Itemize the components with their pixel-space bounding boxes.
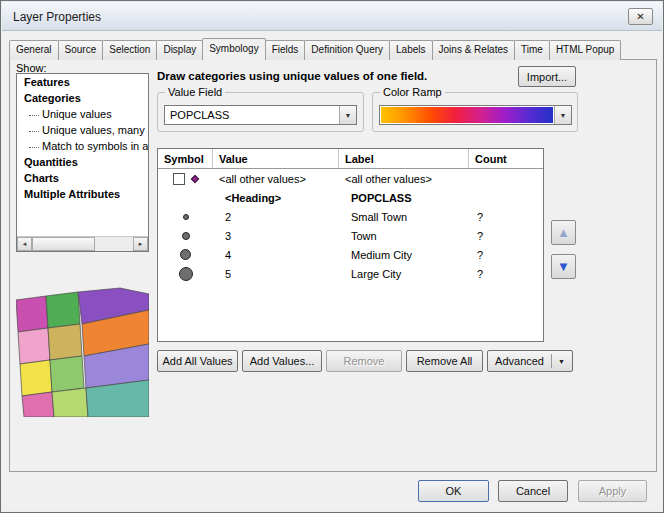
tab-labels[interactable]: Labels [389,40,432,60]
move-down-button[interactable]: ▼ [551,254,576,279]
column-header-label[interactable]: Label [339,149,469,168]
values-table: Symbol Value Label Count <all other valu… [157,148,544,342]
panel-heading: Draw categories using unique values of o… [157,70,427,82]
show-item-charts[interactable]: Charts [17,170,148,186]
tab-time[interactable]: Time [514,40,550,60]
point-symbol[interactable] [179,267,193,281]
value-cell: 3 [213,230,339,242]
value-cell: 2 [213,211,339,223]
tab-joins-relates[interactable]: Joins & Relates [432,40,515,60]
right-arrow-icon: ► [138,241,144,247]
tab-general[interactable]: General [9,40,59,60]
symbol-cell[interactable] [158,249,213,260]
label-cell: POPCLASS [339,192,469,204]
tree-horizontal-scrollbar[interactable]: ◄ ► [17,236,148,251]
point-symbol[interactable] [182,232,190,240]
show-item-features[interactable]: Features [17,74,148,90]
label-cell: <all other values> [339,173,469,185]
layer-properties-dialog: Layer Properties ✕ General Source Select… [0,0,664,513]
scrollbar-thumb[interactable] [32,237,95,251]
all-other-symbol[interactable] [191,174,199,182]
scrollbar-track[interactable] [32,237,133,251]
tab-fields[interactable]: Fields [265,40,306,60]
symbol-cell[interactable] [158,267,213,281]
tree-branch-icon [29,147,39,148]
show-item-label: Unique values, many [42,124,145,136]
value-field-group: Value Field POPCLASS ▼ [157,92,364,132]
column-header-symbol[interactable]: Symbol [158,149,213,168]
row-heading[interactable]: <Heading> POPCLASS [158,188,543,207]
tab-source[interactable]: Source [58,40,104,60]
table-header: Symbol Value Label Count [158,149,543,169]
close-icon: ✕ [636,11,644,22]
symbology-tab-panel: Show: Features Categories Unique values … [9,59,657,472]
show-item-quantities[interactable]: Quantities [17,154,148,170]
advanced-button[interactable]: Advanced ▼ [487,350,573,372]
scroll-left-button[interactable]: ◄ [17,237,32,251]
map-image [16,284,149,417]
title-bar[interactable]: Layer Properties ✕ [2,2,662,31]
label-cell: Town [339,230,469,242]
advanced-label: Advanced [495,355,544,367]
symbol-cell[interactable] [158,214,213,220]
show-item-match-to-symbols[interactable]: Match to symbols in a [17,138,148,154]
color-ramp-preview [381,107,553,123]
all-other-values-checkbox[interactable] [173,173,185,185]
show-item-unique-values[interactable]: Unique values [17,106,148,122]
symbol-cell[interactable] [158,173,213,185]
value-cell: 5 [213,268,339,280]
label-cell: Large City [339,268,469,280]
count-cell: ? [469,230,543,242]
label-cell: Medium City [339,249,469,261]
down-arrow-icon: ▼ [557,259,570,274]
point-symbol[interactable] [183,214,189,220]
value-cell: <Heading> [213,192,339,204]
chevron-down-icon[interactable]: ▼ [554,106,571,124]
symbol-cell[interactable] [158,232,213,240]
tab-selection[interactable]: Selection [102,40,157,60]
import-button[interactable]: Import... [518,66,576,87]
ok-button[interactable]: OK [418,480,489,502]
chevron-down-icon[interactable]: ▼ [339,106,356,124]
window-title: Layer Properties [13,10,101,24]
close-button[interactable]: ✕ [628,8,653,25]
tree-branch-icon [29,115,39,116]
row-value-2[interactable]: 2 Small Town ? [158,207,543,226]
row-value-5[interactable]: 5 Large City ? [158,264,543,283]
column-header-count[interactable]: Count [469,149,543,168]
divider [551,354,552,368]
apply-button[interactable]: Apply [578,480,647,502]
remove-all-button[interactable]: Remove All [406,350,483,372]
up-arrow-icon: ▲ [557,225,570,240]
value-cell: 4 [213,249,339,261]
show-item-categories[interactable]: Categories [17,90,148,106]
tab-definition-query[interactable]: Definition Query [304,40,390,60]
value-field-dropdown[interactable]: POPCLASS ▼ [164,105,357,125]
move-up-button[interactable]: ▲ [551,220,576,245]
value-field-label: Value Field [165,86,225,98]
chevron-down-icon: ▼ [558,358,565,365]
show-item-unique-values-many[interactable]: Unique values, many [17,122,148,138]
show-listbox: Features Categories Unique values Unique… [16,73,149,252]
value-field-value: POPCLASS [165,106,339,124]
row-value-4[interactable]: 4 Medium City ? [158,245,543,264]
remove-button[interactable]: Remove [326,350,402,372]
cancel-button[interactable]: Cancel [498,480,568,502]
scroll-right-button[interactable]: ► [133,237,148,251]
show-item-multiple-attributes[interactable]: Multiple Attributes [17,186,148,202]
tab-strip: General Source Selection Display Symbolo… [9,38,620,60]
add-values-button[interactable]: Add Values... [242,350,322,372]
column-header-value[interactable]: Value [213,149,339,168]
tab-html-popup[interactable]: HTML Popup [549,40,622,60]
left-arrow-icon: ◄ [22,241,28,247]
add-all-values-button[interactable]: Add All Values [157,350,238,372]
row-all-other-values[interactable]: <all other values> <all other values> [158,169,543,188]
color-ramp-dropdown[interactable]: ▼ [379,105,572,125]
count-cell: ? [469,211,543,223]
row-value-3[interactable]: 3 Town ? [158,226,543,245]
color-ramp-label: Color Ramp [380,86,445,98]
tab-display[interactable]: Display [156,40,203,60]
point-symbol[interactable] [180,249,191,260]
tab-symbology[interactable]: Symbology [202,38,265,60]
color-ramp-group: Color Ramp ▼ [372,92,578,132]
